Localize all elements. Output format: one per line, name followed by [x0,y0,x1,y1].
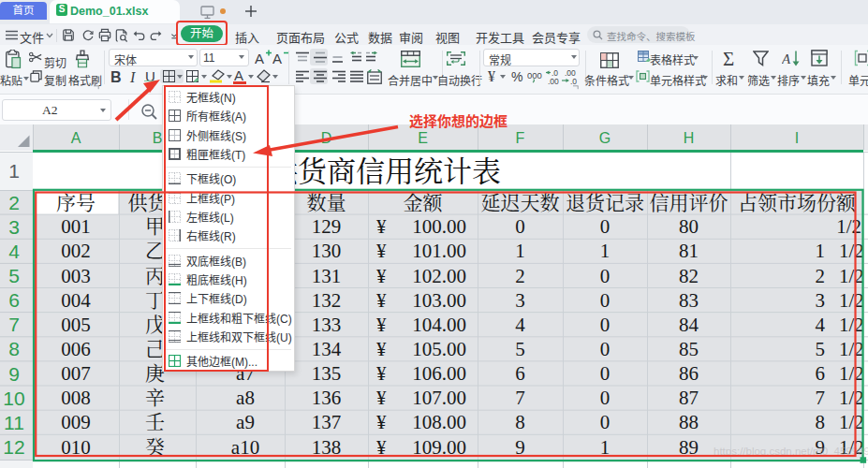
svg-text:12: 12 [3,436,24,458]
svg-text:1: 1 [515,240,525,262]
svg-text:009: 009 [61,411,91,433]
svg-text:H: H [684,130,695,146]
svg-text:7: 7 [515,387,525,409]
svg-text:133: 133 [312,314,342,336]
svg-text:89: 89 [679,436,699,459]
svg-text:0: 0 [600,411,611,433]
svg-text:105.00: 105.00 [412,338,466,360]
svg-text:2: 2 [515,265,525,287]
svg-text:134: 134 [312,338,342,360]
svg-text:1: 1 [600,436,611,459]
svg-text:102.00: 102.00 [412,265,466,287]
svg-text:9: 9 [8,363,20,385]
svg-text:103.00: 103.00 [412,289,466,312]
svg-text:金额: 金额 [404,192,444,214]
svg-text:G: G [599,130,611,146]
svg-text:3: 3 [8,216,20,238]
svg-text:9: 9 [515,436,525,459]
svg-text:¥: ¥ [376,338,387,360]
svg-text:81: 81 [679,240,699,262]
svg-text:10: 10 [3,388,24,409]
svg-text:5: 5 [8,265,20,286]
svg-text:.0: .0 [570,77,577,85]
svg-text:4: 4 [515,314,525,336]
svg-text:a8: a8 [236,387,255,409]
svg-text:信用评价: 信用评价 [650,192,728,214]
svg-text:¥: ¥ [376,314,387,336]
svg-text:2: 2 [8,192,20,213]
svg-text:107.00: 107.00 [412,387,466,409]
svg-text:005: 005 [61,314,91,336]
svg-text:1/2: 1/2 [839,338,864,360]
svg-text:.00: .00 [548,77,559,85]
svg-text:延迟天数: 延迟天数 [481,192,560,214]
svg-text:1/2: 1/2 [839,387,864,409]
svg-text:0: 0 [600,289,611,312]
svg-text:5: 5 [515,338,525,360]
svg-text:007: 007 [61,362,91,385]
svg-text:002: 002 [61,240,91,262]
svg-text:2: 2 [816,265,826,287]
svg-text:0: 0 [600,314,611,336]
svg-text:87: 87 [679,387,699,409]
svg-text:¥: ¥ [376,265,387,287]
svg-text:¥: ¥ [376,387,387,409]
svg-text:132: 132 [312,289,342,312]
svg-text:6: 6 [8,289,20,311]
svg-text:4: 4 [8,241,20,262]
svg-text:¥: ¥ [376,436,387,459]
svg-text:I: I [795,130,799,146]
svg-text:序号: 序号 [56,192,96,214]
svg-text:A: A [782,51,791,66]
svg-text:¥: ¥ [376,240,387,262]
svg-text:100.00: 100.00 [412,215,466,238]
svg-text:1: 1 [600,240,611,262]
svg-text:¥: ¥ [376,215,387,238]
svg-text:7: 7 [816,387,826,409]
svg-text:0: 0 [600,362,611,385]
svg-text:1/2: 1/2 [839,265,864,287]
svg-text:0: 0 [515,215,525,238]
svg-text:a9: a9 [236,411,255,433]
svg-text:辛: 辛 [145,387,165,409]
svg-text:129: 129 [312,215,342,238]
svg-text:退货记录: 退货记录 [566,192,644,214]
svg-text:8: 8 [816,411,826,433]
svg-text:a10: a10 [231,436,259,459]
svg-text:3: 3 [515,289,525,312]
svg-text:A: A [272,51,282,66]
svg-text:138: 138 [312,436,342,459]
svg-text:¥: ¥ [376,289,387,312]
svg-text:001: 001 [61,215,91,238]
svg-text:006: 006 [61,338,91,360]
svg-text:3: 3 [816,289,826,312]
svg-text:1/2: 1/2 [839,289,864,312]
svg-text:1/2: 1/2 [839,362,864,385]
svg-text:A: A [71,130,81,146]
svg-text:0: 0 [600,387,611,409]
svg-text:癸: 癸 [145,436,165,459]
svg-text:86: 86 [679,362,699,385]
svg-text:7: 7 [8,314,20,335]
svg-text:https://blog.csdn.net/m0_45993: https://blog.csdn.net/m0_45993982 [714,446,868,457]
svg-text:135: 135 [312,362,342,385]
svg-text:4: 4 [816,314,826,336]
svg-text:84: 84 [679,314,699,336]
svg-text:1/2: 1/2 [839,411,864,433]
svg-text:¥: ¥ [376,362,387,385]
svg-text:003: 003 [61,265,91,287]
svg-text:0: 0 [600,338,611,360]
svg-text:88: 88 [679,411,699,433]
svg-text:1: 1 [8,160,20,182]
svg-text:8: 8 [8,338,20,359]
svg-text:82: 82 [679,265,699,287]
svg-text:136: 136 [312,387,342,409]
svg-text:¥: ¥ [376,411,387,433]
svg-text:D: D [321,130,332,146]
svg-text:1/2: 1/2 [836,215,861,238]
svg-text:占领市场份额: 占领市场份额 [738,192,857,214]
svg-text:109.00: 109.00 [412,436,466,459]
svg-text:008: 008 [61,387,91,409]
svg-text:1: 1 [816,240,826,262]
svg-text:101.00: 101.00 [412,240,466,262]
